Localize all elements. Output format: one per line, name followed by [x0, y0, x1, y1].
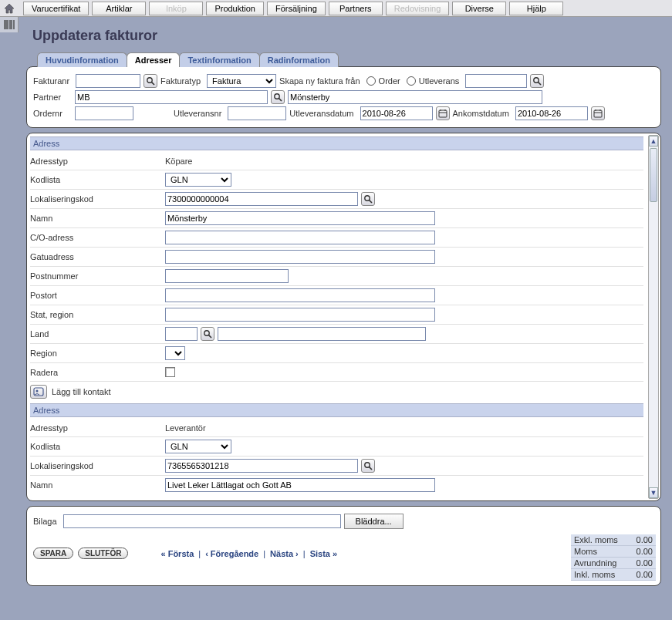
menu-forsaljning[interactable]: Försäljning	[267, 2, 326, 15]
gatuadress-input[interactable]	[165, 250, 435, 264]
home-icon[interactable]	[3, 2, 15, 15]
side-toolbar	[0, 17, 19, 32]
lokaliseringskod-input[interactable]	[165, 459, 358, 473]
add-contact-icon[interactable]	[30, 385, 47, 399]
stat-region-input[interactable]	[165, 308, 435, 322]
inkl-moms-value: 0.00	[637, 570, 653, 579]
nav-sep: |	[263, 549, 265, 558]
postnummer-input[interactable]	[165, 269, 289, 283]
utleveransnr-input[interactable]	[228, 106, 286, 120]
menu-inkop[interactable]: Inköp	[149, 2, 203, 15]
menu-produktion[interactable]: Produktion	[206, 2, 264, 15]
add-contact-link[interactable]: Lägg till kontakt	[52, 387, 110, 396]
fakturanr-label: Fakturanr	[33, 76, 73, 86]
menu-artiklar[interactable]: Artiklar	[92, 2, 146, 15]
footer-panel: Bilaga Bläddra... SPARA SLUTFÖR « Första…	[26, 506, 661, 586]
utleveransdatum-input[interactable]	[360, 106, 433, 120]
tab-textinformation[interactable]: Textinformation	[179, 52, 259, 67]
svg-line-21	[370, 200, 372, 203]
gatuadress-label: Gatuadress	[30, 252, 165, 261]
order-label: Order	[379, 76, 404, 86]
nav-next[interactable]: Nästa ›	[270, 549, 299, 558]
bladdra-button[interactable]: Bläddra...	[344, 514, 404, 529]
bilaga-label: Bilaga	[33, 517, 60, 526]
nav-sep: |	[303, 549, 306, 558]
content-area: Uppdatera fakturor Huvudinformation Adre…	[19, 17, 669, 617]
calendar-icon[interactable]	[591, 106, 605, 120]
land-label: Land	[30, 329, 165, 339]
land-name-input	[218, 327, 426, 341]
menu-varucertifikat[interactable]: Varucertifikat	[23, 2, 89, 15]
namn-label: Namn	[30, 480, 165, 490]
search-icon[interactable]	[271, 90, 285, 104]
kodlista-label: Kodlista	[30, 175, 165, 184]
svg-point-25	[36, 390, 39, 393]
partner-code-input[interactable]	[75, 90, 268, 104]
totals-box: Exkl. moms0.00 Moms0.00 Avrundning0.00 I…	[571, 534, 656, 581]
co-adress-input[interactable]	[165, 231, 435, 244]
co-adress-label: C/O-adress	[30, 233, 165, 242]
slutfor-button[interactable]: SLUTFÖR	[78, 548, 128, 559]
search-icon[interactable]	[201, 327, 214, 341]
namn-input[interactable]	[165, 211, 435, 225]
section-header-address2: Adress	[30, 403, 643, 417]
barcode-icon[interactable]	[4, 19, 15, 30]
utleverans-ref-input[interactable]	[465, 74, 527, 88]
fakturanr-input[interactable]	[76, 74, 140, 88]
avrundning-value: 0.00	[637, 558, 653, 568]
ankomstdatum-input[interactable]	[515, 106, 588, 120]
partner-label: Partner	[33, 93, 72, 102]
svg-point-26	[365, 463, 370, 467]
tab-adresser[interactable]: Adresser	[127, 52, 181, 67]
nav-first[interactable]: « Första	[160, 549, 194, 558]
postort-input[interactable]	[165, 288, 435, 302]
adresstyp-label: Adresstyp	[30, 423, 165, 433]
radera-checkbox[interactable]	[165, 367, 175, 377]
fakturatyp-label: Fakturatyp	[160, 76, 204, 86]
menu-partners[interactable]: Partners	[329, 2, 383, 15]
menu-hjalp[interactable]: Hjälp	[509, 2, 563, 15]
tab-huvudinformation[interactable]: Huvudinformation	[37, 52, 127, 67]
kodlista-select[interactable]: GLN	[165, 440, 231, 453]
ordernr-input[interactable]	[75, 106, 133, 120]
calendar-icon[interactable]	[436, 106, 450, 120]
stat-region-label: Stat, region	[30, 310, 165, 319]
lokaliseringskod-input[interactable]	[165, 192, 358, 206]
utleverans-label: Utleverans	[419, 76, 463, 86]
nav-last[interactable]: Sista »	[310, 549, 337, 558]
search-icon[interactable]	[361, 459, 375, 473]
order-radio[interactable]	[366, 76, 376, 86]
menu-diverse[interactable]: Diverse	[452, 2, 506, 15]
search-icon[interactable]	[530, 74, 544, 88]
namn-input[interactable]	[165, 478, 435, 492]
nav-prev[interactable]: ‹ Föregående	[205, 549, 258, 558]
tab-row: Huvudinformation Adresser Textinformatio…	[37, 52, 661, 66]
scroll-down-button[interactable]: ▼	[649, 487, 658, 498]
scroll-thumb[interactable]	[650, 148, 657, 202]
nav-sep: |	[198, 549, 201, 558]
lokaliseringskod-label: Lokaliseringskod	[30, 194, 165, 204]
search-icon[interactable]	[144, 74, 157, 88]
exkl-moms-label: Exkl. moms	[574, 535, 618, 544]
svg-rect-12	[439, 110, 447, 117]
partner-name-input	[288, 90, 542, 104]
avrundning-label: Avrundning	[574, 558, 616, 568]
svg-point-6	[147, 78, 152, 83]
utleveransdatum-label: Utleveransdatum	[289, 109, 356, 118]
fakturatyp-select[interactable]: Faktura	[207, 74, 276, 88]
tab-radinformation[interactable]: Radinformation	[259, 52, 339, 67]
bilaga-input[interactable]	[63, 514, 341, 528]
utleverans-radio[interactable]	[407, 76, 416, 86]
svg-line-9	[539, 83, 541, 85]
svg-point-22	[204, 331, 209, 335]
land-code-input[interactable]	[165, 327, 198, 341]
search-icon[interactable]	[361, 192, 375, 206]
scrollbar[interactable]: ▲ ▼	[648, 135, 659, 499]
menu-redovisning[interactable]: Redovisning	[386, 2, 450, 15]
spara-button[interactable]: SPARA	[33, 548, 73, 559]
kodlista-select[interactable]: GLN	[165, 173, 231, 187]
postnummer-label: Postnummer	[30, 271, 165, 281]
svg-line-7	[152, 83, 154, 85]
scroll-up-button[interactable]: ▲	[649, 136, 658, 147]
region-select[interactable]	[165, 346, 185, 360]
